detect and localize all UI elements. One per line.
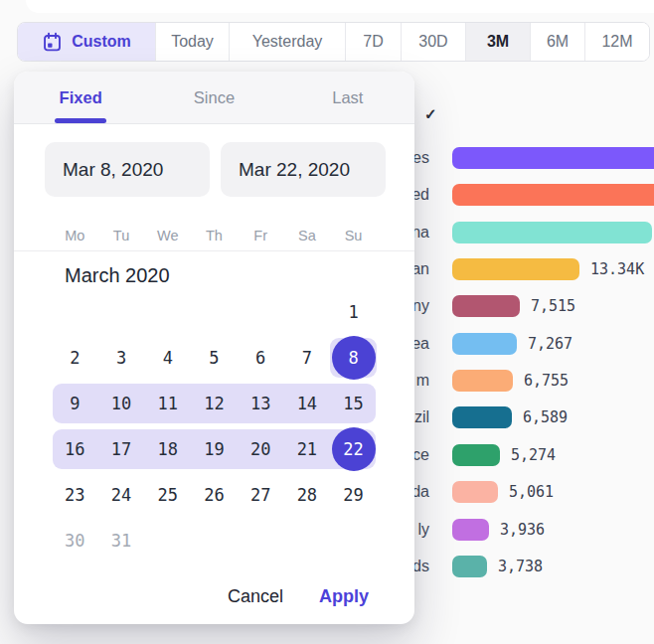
datepicker-tabs: FixedSinceLast bbox=[14, 72, 414, 124]
chart-bar[interactable] bbox=[452, 333, 517, 355]
check-icon: ✓ bbox=[424, 105, 437, 123]
chart-bar[interactable] bbox=[452, 258, 579, 280]
calendar-cell-empty bbox=[144, 289, 191, 335]
calendar-day-13[interactable]: 13 bbox=[238, 381, 284, 426]
modal-footer: Cancel Apply bbox=[228, 581, 369, 611]
calendar-day-4[interactable]: 4 bbox=[144, 335, 191, 381]
calendar-week: 1 bbox=[52, 289, 377, 335]
calendar-day-21[interactable]: 21 bbox=[284, 426, 331, 472]
end-date-input[interactable]: Mar 22, 2020 bbox=[221, 142, 386, 197]
calendar-day-27[interactable]: 27 bbox=[238, 472, 284, 518]
calendar-cell-empty bbox=[52, 289, 98, 335]
calendar-day-14[interactable]: 14 bbox=[284, 381, 331, 426]
calendar-icon bbox=[42, 32, 63, 53]
calendar-cell-empty bbox=[144, 518, 191, 564]
range-button-label: Yesterday bbox=[252, 33, 323, 51]
chart-bar[interactable] bbox=[452, 519, 489, 541]
calendar-day-17[interactable]: 17 bbox=[98, 426, 145, 472]
calendar-day-8[interactable]: 8 bbox=[330, 335, 377, 381]
chart-bar[interactable] bbox=[452, 444, 500, 466]
calendar-week: 23242526272829 bbox=[52, 472, 377, 518]
calendar-week: 16171819202122 bbox=[52, 426, 377, 472]
calendar-day-2[interactable]: 2 bbox=[52, 335, 98, 381]
calendar-cell-empty bbox=[98, 289, 145, 335]
chart-bar[interactable] bbox=[452, 295, 520, 317]
calendar-day-5[interactable]: 5 bbox=[191, 335, 238, 381]
calendar-day-9[interactable]: 9 bbox=[52, 381, 98, 426]
calendar-day-3[interactable]: 3 bbox=[98, 335, 145, 381]
date-range-toolbar: CustomTodayYesterday7D30D3M6M12M bbox=[17, 22, 650, 62]
weekday-label: Su bbox=[330, 224, 377, 247]
chart-value-label: 7,267 bbox=[528, 335, 572, 353]
calendar-day-31[interactable]: 31 bbox=[98, 518, 145, 564]
calendar-day-6[interactable]: 6 bbox=[238, 335, 284, 381]
weekday-label: Tu bbox=[98, 224, 145, 247]
calendar-day-16[interactable]: 16 bbox=[52, 426, 98, 472]
calendar-day-30[interactable]: 30 bbox=[52, 518, 98, 564]
tab-last[interactable]: Last bbox=[281, 72, 414, 123]
range-button-label: Custom bbox=[72, 33, 131, 51]
range-button-30d[interactable]: 30D bbox=[402, 23, 466, 61]
datepicker-modal: FixedSinceLast Mar 8, 2020 Mar 22, 2020 … bbox=[14, 72, 414, 624]
calendar-day-1[interactable]: 1 bbox=[330, 289, 377, 335]
calendar-day-23[interactable]: 23 bbox=[52, 472, 98, 518]
chart-value-label: 7,515 bbox=[531, 297, 575, 315]
calendar-week: 2345678 bbox=[52, 335, 377, 381]
chart-bar[interactable] bbox=[452, 222, 652, 243]
chart-bar[interactable] bbox=[452, 184, 654, 206]
calendar-cell-empty bbox=[191, 289, 238, 335]
chart-bar[interactable] bbox=[452, 556, 487, 577]
chart-bar[interactable] bbox=[452, 481, 498, 503]
range-button-yesterday[interactable]: Yesterday bbox=[230, 23, 346, 61]
calendar-day-11[interactable]: 11 bbox=[144, 381, 191, 426]
calendar-cell-empty bbox=[284, 518, 331, 564]
range-button-label: Today bbox=[171, 33, 214, 51]
range-button-custom[interactable]: Custom bbox=[18, 23, 156, 61]
calendar-day-22[interactable]: 22 bbox=[330, 426, 377, 472]
calendar-cell-empty bbox=[238, 518, 284, 564]
range-button-3m[interactable]: 3M bbox=[466, 23, 531, 61]
cancel-button[interactable]: Cancel bbox=[228, 586, 283, 607]
calendar-day-20[interactable]: 20 bbox=[238, 426, 284, 472]
weekday-label: Fr bbox=[238, 224, 284, 247]
calendar-day-19[interactable]: 19 bbox=[191, 426, 238, 472]
range-button-label: 6M bbox=[547, 33, 569, 51]
chart-bar[interactable] bbox=[452, 370, 513, 392]
calendar-day-25[interactable]: 25 bbox=[144, 472, 191, 518]
chart-value-label: 3,936 bbox=[500, 521, 545, 539]
calendar-day-12[interactable]: 12 bbox=[191, 381, 238, 426]
chart-value-label: 5,061 bbox=[509, 483, 554, 501]
chart-value-label: 3,738 bbox=[498, 558, 543, 575]
start-date-input[interactable]: Mar 8, 2020 bbox=[45, 142, 210, 197]
calendar-day-15[interactable]: 15 bbox=[330, 381, 377, 426]
calendar-day-10[interactable]: 10 bbox=[98, 381, 145, 426]
range-button-12m[interactable]: 12M bbox=[585, 23, 649, 61]
calendar-day-7[interactable]: 7 bbox=[284, 335, 331, 381]
tab-fixed[interactable]: Fixed bbox=[14, 72, 147, 123]
range-button-7d[interactable]: 7D bbox=[346, 23, 402, 61]
chart-bar[interactable] bbox=[452, 147, 654, 169]
range-button-6m[interactable]: 6M bbox=[531, 23, 585, 61]
calendar-day-28[interactable]: 28 bbox=[284, 472, 331, 518]
chart-value-label: 6,589 bbox=[523, 408, 568, 426]
range-button-label: 12M bbox=[601, 33, 632, 51]
calendar-day-26[interactable]: 26 bbox=[191, 472, 238, 518]
weekday-label: Th bbox=[191, 224, 238, 247]
calendar-day-24[interactable]: 24 bbox=[98, 472, 145, 518]
apply-button[interactable]: Apply bbox=[319, 586, 369, 607]
calendar-day-29[interactable]: 29 bbox=[330, 472, 377, 518]
calendar-cell-empty bbox=[238, 289, 284, 335]
chart-value-label: 6,755 bbox=[524, 372, 569, 390]
weekday-divider bbox=[14, 250, 414, 251]
range-button-today[interactable]: Today bbox=[156, 23, 230, 61]
range-button-label: 7D bbox=[363, 33, 383, 51]
chart-bar[interactable] bbox=[452, 406, 512, 428]
tab-since[interactable]: Since bbox=[147, 72, 280, 123]
chart-value-label: 13.34K bbox=[590, 260, 644, 278]
range-button-label: 3M bbox=[487, 33, 509, 51]
weekday-label: We bbox=[144, 224, 191, 247]
calendar-day-18[interactable]: 18 bbox=[144, 426, 191, 472]
weekday-label: Sa bbox=[284, 224, 331, 247]
calendar-cell-empty bbox=[284, 289, 331, 335]
range-button-label: 30D bbox=[418, 33, 447, 51]
